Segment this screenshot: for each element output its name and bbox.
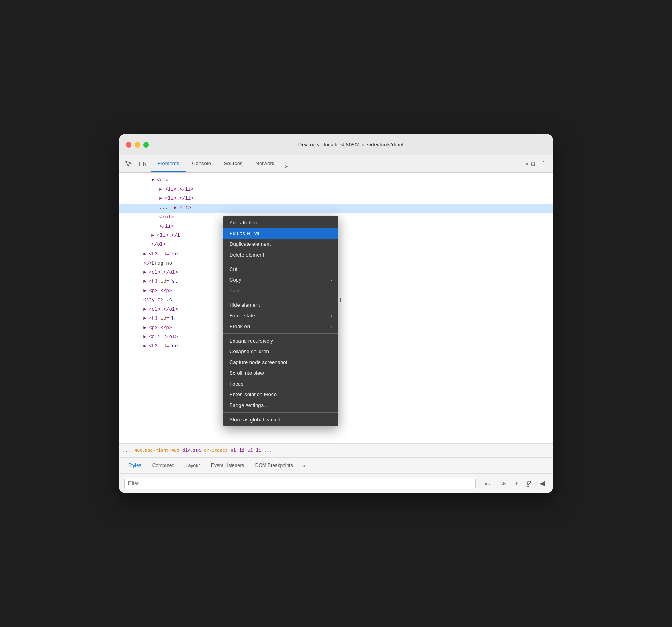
tab-bar: Elements Console Sources Network » ⚙ ⋮ (119, 155, 553, 173)
tab-bar-actions: ⚙ ⋮ (524, 158, 549, 170)
menu-enter-isolation-mode[interactable]: Enter Isolation Mode (223, 389, 338, 400)
menu-copy[interactable]: Copy › (223, 275, 338, 285)
menu-delete-element[interactable]: Delete element (223, 249, 338, 260)
device-mode-icon[interactable] (136, 158, 148, 170)
menu-paste: Paste (223, 285, 338, 296)
settings-icon[interactable]: ⚙ (524, 158, 536, 170)
dom-line: ► <li>…</li> (119, 185, 553, 194)
tab-network[interactable]: Network (249, 155, 281, 172)
collapse-sidebar-icon[interactable]: ◀ (537, 478, 548, 489)
tab-layout[interactable]: Layout (180, 458, 205, 473)
filter-input[interactable] (124, 478, 476, 489)
breadcrumb-more[interactable]: ... (264, 448, 272, 453)
context-menu: Add attribute Edit as HTML Duplicate ele… (223, 216, 338, 426)
tabs-more-button[interactable]: » (281, 160, 293, 172)
menu-store-as-global-variable[interactable]: Store as global variable (223, 414, 338, 425)
menu-focus[interactable]: Focus (223, 378, 338, 389)
inspect-icon[interactable] (123, 158, 135, 170)
tab-elements[interactable]: Elements (151, 155, 186, 172)
menu-break-on[interactable]: Break on › (223, 321, 338, 332)
menu-separator-2 (223, 298, 338, 298)
breadcrumb-item[interactable]: ul (248, 448, 253, 453)
devtools-window: DevTools - localhost:8080/docs/devtools/… (119, 134, 553, 493)
menu-duplicate-element[interactable]: Duplicate element (223, 239, 338, 249)
menu-hide-element[interactable]: Hide element (223, 300, 338, 310)
tab-event-listeners[interactable]: Event Listeners (205, 458, 250, 473)
menu-capture-node-screenshot[interactable]: Capture node screenshot (223, 357, 338, 368)
menu-cut[interactable]: Cut (223, 264, 338, 275)
menu-collapse-children[interactable]: Collapse children (223, 346, 338, 357)
filter-bar: :hov .cls + ◀ (119, 473, 553, 493)
breadcrumb-item[interactable]: ol (231, 448, 236, 453)
menu-badge-settings[interactable]: Badge settings... (223, 400, 338, 411)
menu-expand-recursively[interactable]: Expand recursively (223, 335, 338, 346)
tab-bar-icons (123, 158, 148, 170)
breadcrumb-item[interactable]: li (256, 448, 261, 453)
dom-line: ▼ <ul> (119, 176, 553, 185)
paint-icon[interactable] (524, 478, 535, 489)
svg-rect-1 (144, 163, 145, 166)
hov-button[interactable]: :hov (479, 479, 494, 488)
menu-edit-as-html[interactable]: Edit as HTML (223, 228, 338, 239)
tab-dom-breakpoints[interactable]: DOM Breakpoints (250, 458, 299, 473)
tab-sources[interactable]: Sources (217, 155, 249, 172)
bottom-tabs: Styles Computed Layout Event Listeners D… (119, 458, 553, 473)
breadcrumb-item[interactable]: er-images (204, 448, 227, 453)
dom-line: ► <li>…</li> (119, 194, 553, 203)
main-tabs: Elements Console Sources Network » (151, 155, 524, 172)
more-options-icon[interactable]: ⋮ (537, 158, 549, 170)
maximize-button[interactable] (143, 142, 149, 148)
breadcrumb-item[interactable]: div.sta (182, 448, 201, 453)
window-title: DevTools - localhost:8080/docs/devtools/… (155, 142, 546, 148)
close-button[interactable] (126, 142, 131, 148)
tab-console[interactable]: Console (186, 155, 217, 172)
break-on-arrow-icon: › (330, 324, 332, 329)
minimize-button[interactable] (135, 142, 140, 148)
copy-arrow-icon: › (330, 278, 332, 282)
svg-rect-0 (139, 162, 143, 166)
cls-button[interactable]: .cls (496, 479, 510, 488)
bottom-tabs-more-button[interactable]: » (299, 461, 309, 471)
traffic-lights (126, 142, 149, 148)
force-state-arrow-icon: › (330, 314, 332, 318)
tab-computed[interactable]: Computed (147, 458, 180, 473)
menu-separator-4 (223, 412, 338, 413)
breadcrumb-dots[interactable]: ... (123, 448, 131, 453)
dom-line-highlighted: ... ► <li> (119, 204, 553, 213)
breadcrumb-item[interactable]: li (239, 448, 244, 453)
add-rule-button[interactable]: + (511, 478, 522, 489)
dom-panel: ▼ <ul> ► <li>…</li> ► <li>…</li> ... ► <… (119, 173, 553, 443)
breadcrumb-item[interactable]: 400.pad-right-400 (135, 448, 179, 453)
menu-add-attribute[interactable]: Add attribute (223, 217, 338, 228)
breadcrumb-bar: ... 400.pad-right-400 div.sta er-images … (119, 443, 553, 458)
menu-scroll-into-view[interactable]: Scroll into view (223, 368, 338, 378)
menu-force-state[interactable]: Force state › (223, 310, 338, 321)
title-bar: DevTools - localhost:8080/docs/devtools/… (119, 134, 553, 155)
tab-styles[interactable]: Styles (123, 458, 147, 473)
menu-separator-1 (223, 262, 338, 262)
filter-buttons: :hov .cls + ◀ (479, 478, 548, 489)
menu-separator-3 (223, 333, 338, 334)
